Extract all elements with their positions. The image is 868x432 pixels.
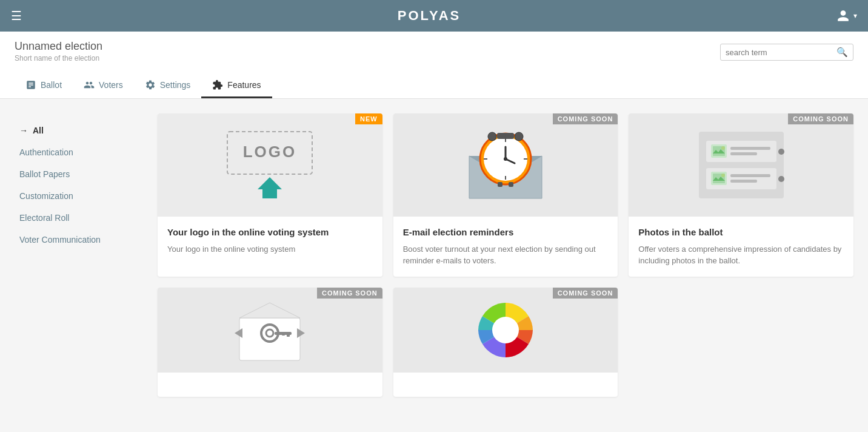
card-colorwheel[interactable]: COMING SOON	[393, 288, 618, 397]
svg-rect-26	[730, 147, 770, 150]
logo-illustration: LOGO	[209, 126, 330, 204]
svg-marker-45	[297, 328, 305, 338]
card-logo-image: NEW LOGO	[158, 113, 382, 217]
sidebar-item-ballot-papers[interactable]: Ballot Papers	[12, 163, 145, 185]
sidebar: → All Authentication Ballot Papers Custo…	[0, 113, 158, 397]
features-icon	[212, 79, 223, 90]
sidebar-item-all[interactable]: → All	[12, 120, 145, 141]
svg-point-9	[515, 132, 523, 141]
badge-coming-soon-colorwheel: COMING SOON	[553, 288, 618, 299]
card-photos-image: COMING SOON	[629, 113, 853, 217]
card-photos-body: Photos in the ballot Offer voters a comp…	[629, 217, 853, 277]
sidebar-item-authentication[interactable]: Authentication	[12, 141, 145, 163]
card-email-reminders[interactable]: COMING SOON	[393, 113, 618, 277]
settings-icon	[145, 79, 156, 90]
card-logo[interactable]: NEW LOGO Your logo in the online voting …	[158, 113, 382, 277]
key-illustration	[209, 291, 330, 370]
sidebar-item-customization-label: Customization	[19, 191, 73, 201]
tab-features-label: Features	[227, 80, 261, 90]
svg-point-8	[488, 132, 496, 141]
tabs-bar: Ballot Voters Settings Features	[15, 73, 853, 98]
ballot-icon	[25, 79, 36, 90]
badge-coming-soon-photos: COMING SOON	[788, 113, 853, 124]
clock-envelope-illustration	[445, 120, 566, 211]
subheader: Unnamed election Short name of the elect…	[0, 32, 868, 99]
svg-point-13	[504, 157, 507, 161]
sidebar-item-all-label: All	[33, 126, 44, 135]
svg-rect-10	[497, 133, 514, 139]
cards-grid: NEW LOGO Your logo in the online voting …	[158, 113, 853, 397]
sidebar-item-voter-communication[interactable]: Voter Communication	[12, 229, 145, 251]
election-subtitle: Short name of the election	[15, 54, 102, 62]
colorwheel-illustration	[457, 291, 554, 370]
search-input[interactable]	[726, 48, 836, 57]
svg-rect-35	[730, 180, 757, 183]
tab-ballot-label: Ballot	[41, 80, 62, 90]
sidebar-item-customization[interactable]: Customization	[12, 185, 145, 207]
user-icon	[836, 9, 850, 22]
card-email-title: E-mail election reminders	[403, 226, 609, 238]
tab-voters-label: Voters	[99, 80, 123, 90]
card-photos-desc: Offer voters a comprehensive impression …	[638, 243, 844, 267]
tab-ballot[interactable]: Ballot	[15, 73, 73, 98]
user-area[interactable]: ▾	[836, 9, 857, 22]
card-logo-desc: Your logo in the online voting system	[167, 243, 373, 255]
sidebar-item-voter-communication-label: Voter Communication	[19, 235, 101, 245]
svg-point-36	[778, 176, 784, 182]
card-key-image: COMING SOON	[158, 288, 382, 373]
sidebar-item-electoral-roll[interactable]: Electoral Roll	[12, 207, 145, 229]
svg-rect-43	[282, 332, 285, 336]
search-bar-wrapper: 🔍	[720, 44, 853, 61]
svg-rect-27	[730, 152, 757, 155]
tab-settings-label: Settings	[160, 80, 191, 90]
top-nav: ☰ POLYAS ▾	[0, 0, 868, 32]
svg-rect-14	[498, 182, 502, 187]
tab-settings[interactable]: Settings	[134, 73, 202, 98]
tab-voters[interactable]: Voters	[73, 73, 134, 98]
election-title: Unnamed election	[15, 40, 102, 53]
svg-rect-15	[509, 182, 513, 187]
chevron-down-icon: ▾	[853, 12, 857, 20]
svg-rect-34	[730, 174, 770, 177]
card-key[interactable]: COMING SOON	[158, 288, 382, 397]
card-logo-title: Your logo in the online voting system	[167, 226, 373, 238]
app-logo: POLYAS	[398, 8, 461, 24]
voters-icon	[84, 79, 95, 90]
arrow-right-icon: →	[19, 126, 28, 135]
svg-marker-2	[258, 177, 282, 198]
svg-point-28	[778, 149, 784, 155]
search-icon: 🔍	[836, 47, 848, 58]
card-photos-title: Photos in the ballot	[638, 226, 844, 238]
card-logo-body: Your logo in the online voting system Yo…	[158, 217, 382, 277]
card-key-body	[158, 373, 382, 397]
badge-coming-soon-key: COMING SOON	[317, 288, 382, 299]
sidebar-item-authentication-label: Authentication	[19, 147, 73, 157]
card-email-image: COMING SOON	[393, 113, 618, 217]
sidebar-item-electoral-roll-label: Electoral Roll	[19, 213, 69, 223]
badge-new: NEW	[355, 113, 382, 124]
card-email-body: E-mail election reminders Boost voter tu…	[393, 217, 618, 277]
main-content: → All Authentication Ballot Papers Custo…	[0, 99, 868, 411]
svg-marker-38	[239, 303, 300, 318]
svg-rect-42	[287, 332, 290, 337]
badge-coming-soon-email: COMING SOON	[553, 113, 618, 124]
tab-features[interactable]: Features	[201, 73, 272, 98]
svg-text:LOGO: LOGO	[243, 143, 297, 161]
card-email-desc: Boost voter turnout at your next electio…	[403, 243, 609, 267]
svg-point-25	[721, 146, 725, 150]
card-colorwheel-image: COMING SOON	[393, 288, 618, 373]
svg-marker-44	[235, 328, 242, 338]
svg-point-33	[721, 174, 725, 177]
sidebar-item-ballot-papers-label: Ballot Papers	[19, 169, 70, 179]
card-photos-ballot[interactable]: COMING SOON	[629, 113, 853, 277]
svg-point-46	[492, 317, 519, 343]
hamburger-icon[interactable]: ☰	[11, 8, 22, 23]
photos-illustration	[681, 126, 802, 204]
card-colorwheel-body	[393, 373, 618, 397]
